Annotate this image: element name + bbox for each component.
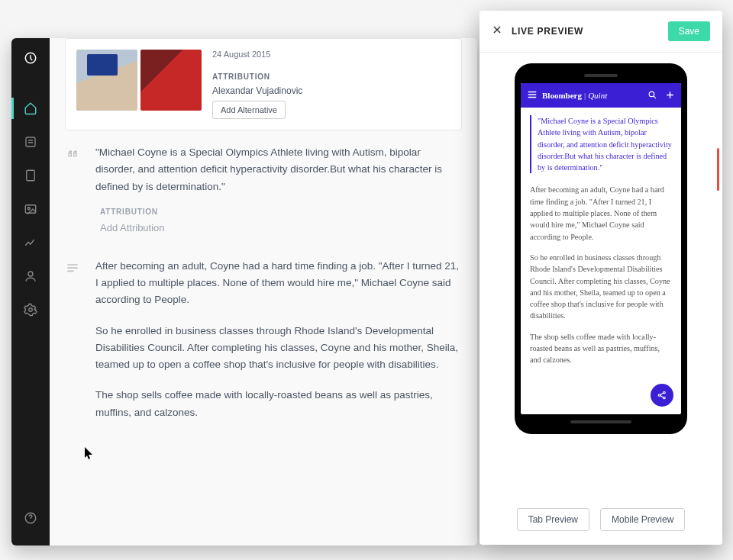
- phone-topbar: Bloomberg|Quint: [521, 83, 681, 108]
- plus-icon[interactable]: [665, 90, 675, 101]
- phone-p1: After becoming an adult, Coyne had a har…: [530, 184, 672, 242]
- svg-point-8: [649, 92, 654, 97]
- phone-speaker: [584, 74, 618, 77]
- svg-point-4: [27, 208, 30, 210]
- phone-p2: So he enrolled in business classes throu…: [530, 252, 672, 322]
- image-meta: 24 August 2015 ATTRIBUTION Alexandar Vuj…: [212, 50, 450, 119]
- thumbnail-2[interactable]: [140, 50, 202, 111]
- phone-screen: Bloomberg|Quint "Michael Coyne is a Spec…: [521, 83, 681, 414]
- thumbnail-1[interactable]: [76, 50, 137, 111]
- svg-rect-1: [26, 137, 35, 146]
- brand-part-2: Quint: [588, 91, 607, 100]
- paragraph-icon: [65, 258, 83, 435]
- svg-point-11: [664, 397, 666, 399]
- editor-window: 24 August 2015 ATTRIBUTION Alexandar Vuj…: [11, 38, 477, 546]
- live-preview-panel: LIVE PREVIEW Save Bloomberg|Quint: [480, 11, 722, 545]
- phone-frame: Bloomberg|Quint "Michael Coyne is a Spec…: [515, 63, 687, 434]
- phone-quote: "Michael Coyne is a Special Olympics Ath…: [530, 115, 672, 173]
- quote-attribution-label: ATTRIBUTION: [100, 206, 462, 219]
- quote-block[interactable]: "Michael Coyne is a Special Olympics Ath…: [65, 144, 462, 237]
- phone-p3: The shop sells coffee made with locally-…: [530, 331, 672, 366]
- search-icon[interactable]: [647, 90, 657, 101]
- tab-preview-button[interactable]: Tab Preview: [517, 508, 589, 531]
- phone-content: "Michael Coyne is a Special Olympics Ath…: [521, 108, 681, 414]
- paragraph-2[interactable]: So he enrolled in business classes throu…: [95, 323, 462, 374]
- sidebar-item-stories[interactable]: [11, 125, 50, 159]
- menu-icon[interactable]: [527, 89, 538, 101]
- quote-icon: [65, 144, 83, 237]
- svg-point-9: [658, 394, 660, 397]
- brand-logo: Bloomberg|Quint: [542, 91, 607, 100]
- share-fab[interactable]: [651, 384, 673, 407]
- paragraph-1[interactable]: After becoming an adult, Coyne had a har…: [95, 258, 462, 309]
- sidebar-item-analytics[interactable]: [11, 226, 50, 259]
- mobile-preview-button[interactable]: Mobile Preview: [600, 508, 685, 531]
- sidebar: [11, 38, 50, 546]
- phone-frame-wrap: Bloomberg|Quint "Michael Coyne is a Spec…: [480, 53, 722, 497]
- brand-part-1: Bloomberg: [542, 91, 582, 100]
- preview-header: LIVE PREVIEW Save: [480, 11, 722, 53]
- sidebar-item-help[interactable]: [11, 501, 50, 535]
- add-alternative-button[interactable]: Add Alternative: [212, 101, 286, 119]
- svg-rect-2: [27, 170, 35, 181]
- logo-icon: [20, 47, 41, 69]
- paragraph-3[interactable]: The shop sells coffee made with locally-…: [95, 387, 462, 421]
- sidebar-item-home[interactable]: [11, 92, 50, 125]
- image-card[interactable]: 24 August 2015 ATTRIBUTION Alexandar Vuj…: [65, 38, 462, 130]
- attribution-value: Alexandar Vujadinovic: [212, 85, 450, 96]
- preview-title: LIVE PREVIEW: [512, 26, 583, 37]
- text-block[interactable]: After becoming an adult, Coyne had a har…: [65, 258, 462, 435]
- image-thumbnails: [76, 50, 202, 119]
- sidebar-item-settings[interactable]: [11, 293, 50, 327]
- add-attribution-button[interactable]: Add Attribution: [100, 220, 462, 236]
- sidebar-item-pages[interactable]: [11, 159, 50, 192]
- editor-canvas: 24 August 2015 ATTRIBUTION Alexandar Vuj…: [50, 38, 477, 546]
- sidebar-item-users[interactable]: [11, 259, 50, 293]
- svg-point-5: [28, 272, 33, 276]
- preview-mode-tabs: Tab Preview Mobile Preview: [480, 497, 722, 545]
- save-button[interactable]: Save: [668, 21, 710, 41]
- scroll-indicator: [717, 148, 719, 191]
- sidebar-item-media[interactable]: [11, 192, 50, 226]
- attribution-label: ATTRIBUTION: [212, 72, 450, 81]
- svg-point-10: [664, 391, 666, 394]
- phone-home-bar: [570, 420, 631, 423]
- svg-point-6: [29, 308, 33, 312]
- close-icon[interactable]: [492, 24, 502, 38]
- quote-text[interactable]: "Michael Coyne is a Special Olympics Ath…: [95, 144, 462, 195]
- image-date: 24 August 2015: [212, 50, 450, 59]
